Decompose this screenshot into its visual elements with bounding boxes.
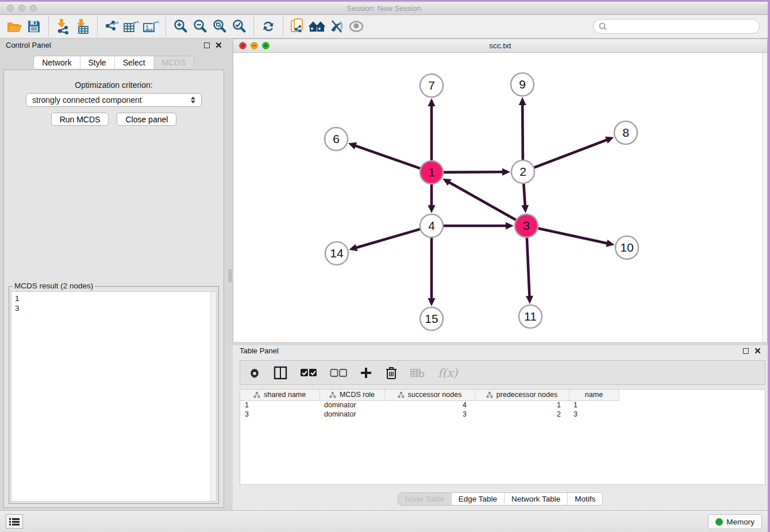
graph-edge-2-3[interactable]	[523, 184, 525, 207]
float-panel-icon[interactable]	[204, 43, 210, 48]
graph-arrowhead	[428, 205, 436, 213]
criterion-value: strongly connected component	[32, 95, 142, 105]
zoom-selected-icon[interactable]	[229, 17, 249, 36]
export-image-icon[interactable]	[141, 17, 161, 36]
graph-arrowhead	[506, 222, 514, 230]
function-builder-icon[interactable]: f(x)	[438, 366, 457, 380]
column-header-predecessor-nodes[interactable]: predecessor nodes	[475, 390, 569, 400]
graph-edge-2-8[interactable]	[534, 140, 609, 168]
export-table-icon[interactable]	[122, 17, 141, 36]
graph-node-label: 7	[428, 79, 435, 92]
graph-node-label: 15	[425, 312, 438, 325]
tab-node-table[interactable]: Node Table	[398, 493, 452, 505]
search-box[interactable]	[593, 19, 760, 34]
close-panel-icon[interactable]	[215, 42, 222, 48]
network-scrollbar[interactable]	[762, 53, 767, 341]
hide-graphics-details-icon[interactable]	[327, 17, 346, 36]
window-title: Session: New Session	[0, 4, 768, 13]
table-panel: Table Panel	[233, 345, 768, 510]
network-graph-canvas[interactable]: 7968124314101511	[233, 53, 767, 342]
tab-network[interactable]: Network	[34, 56, 80, 69]
status-bar: Memory	[0, 510, 768, 532]
graph-arrowhead	[502, 168, 510, 176]
mcds-result-groupbox: MCDS result (2 nodes) 1 3	[9, 286, 219, 504]
criterion-select[interactable]: strongly connected component	[26, 93, 202, 107]
memory-label: Memory	[726, 518, 754, 526]
search-input[interactable]	[607, 22, 759, 31]
table-row[interactable]: 3 dominator 3 2 3	[240, 410, 619, 419]
result-scrollbar[interactable]	[210, 292, 216, 501]
zoom-out-icon[interactable]	[190, 17, 210, 36]
delete-table-icon[interactable]	[410, 368, 425, 378]
memory-button[interactable]: Memory	[708, 514, 762, 529]
graph-edge-3-11[interactable]	[527, 238, 530, 298]
column-header-name[interactable]: name	[569, 390, 619, 400]
graph-node-label: 10	[620, 241, 633, 254]
graph-node-label: 14	[330, 246, 344, 260]
graph-arrowhead	[348, 142, 357, 149]
graph-node-label: 2	[519, 165, 526, 178]
graph-node-label: 8	[622, 126, 629, 139]
graph-arrowhead	[428, 98, 436, 106]
graph-edge-1-6[interactable]	[354, 145, 420, 168]
graph-node-label: 4	[428, 219, 435, 232]
tab-style[interactable]: Style	[80, 56, 115, 69]
table-close-panel-icon[interactable]	[754, 348, 761, 354]
tab-edge-table[interactable]: Edge Table	[452, 493, 505, 505]
import-network-icon[interactable]	[53, 17, 73, 36]
apply-layout-icon[interactable]	[259, 17, 278, 36]
control-panel: Control Panel Network Style Select MCDS …	[0, 38, 228, 510]
column-type-icon	[486, 392, 493, 398]
graph-edge-4-14[interactable]	[355, 229, 420, 248]
control-panel-title: Control Panel	[6, 41, 51, 49]
tab-mcds[interactable]: MCDS	[154, 56, 194, 69]
select-stepper-icon	[191, 97, 195, 103]
first-neighbors-icon[interactable]	[307, 17, 327, 36]
run-mcds-button[interactable]: Run MCDS	[51, 113, 109, 126]
tab-select[interactable]: Select	[115, 56, 154, 69]
mcds-result-values: 1 3	[11, 292, 216, 315]
select-all-checkboxes-icon[interactable]	[300, 368, 317, 377]
show-graphics-details-icon[interactable]	[346, 17, 366, 36]
column-header-shared-name[interactable]: shared name	[240, 390, 319, 400]
table-float-panel-icon[interactable]	[743, 348, 749, 354]
network-window-titlebar[interactable]: scc.txt	[233, 39, 767, 53]
column-header-mcds-role[interactable]: MCDS role	[319, 390, 384, 400]
clone-network-icon[interactable]	[288, 17, 307, 36]
add-column-icon[interactable]	[360, 367, 372, 379]
graph-node-label: 11	[524, 310, 537, 323]
task-history-button[interactable]	[6, 514, 23, 529]
table-row[interactable]: 1 dominator 4 1 1	[240, 400, 619, 410]
vertical-splitter[interactable]	[228, 38, 233, 510]
control-panel-tabs: Network Style Select MCDS	[0, 56, 228, 70]
main-toolbar	[0, 15, 768, 38]
export-network-icon[interactable]	[102, 17, 122, 36]
mcds-panel: Optimization criterion: strongly connect…	[3, 70, 224, 508]
settings-gear-icon[interactable]	[248, 367, 261, 379]
import-table-icon[interactable]	[73, 17, 93, 36]
graph-edge-2-9[interactable]	[522, 103, 523, 160]
tab-motifs[interactable]: Motifs	[568, 493, 602, 505]
tab-network-table[interactable]: Network Table	[505, 493, 568, 505]
graph-node-label: 9	[519, 78, 526, 91]
memory-status-icon	[715, 518, 723, 526]
close-panel-button[interactable]: Close panel	[117, 113, 176, 126]
save-session-icon[interactable]	[24, 17, 44, 36]
table-toolbar: f(x)	[240, 360, 765, 385]
graph-arrowhead	[605, 137, 614, 144]
column-header-successor-nodes[interactable]: successor nodes	[384, 390, 475, 400]
mcds-result-area[interactable]: 1 3	[11, 291, 217, 502]
open-file-icon[interactable]	[5, 17, 24, 36]
table-panel-tabs: Node Table Edge Table Network Table Moti…	[233, 492, 768, 506]
zoom-fit-icon[interactable]	[210, 17, 229, 36]
graph-edge-3-10[interactable]	[538, 228, 609, 244]
graph-edge-1-2[interactable]	[444, 172, 504, 172]
network-window-title: scc.txt	[233, 41, 767, 50]
graph-edge-3-1[interactable]	[448, 182, 516, 219]
graph-node-label: 1	[428, 165, 435, 179]
delete-column-trash-icon[interactable]	[385, 366, 398, 380]
zoom-in-icon[interactable]	[171, 17, 190, 36]
clear-checkboxes-icon[interactable]	[330, 368, 347, 377]
show-column-icon[interactable]	[274, 366, 287, 380]
column-type-icon	[253, 392, 260, 398]
